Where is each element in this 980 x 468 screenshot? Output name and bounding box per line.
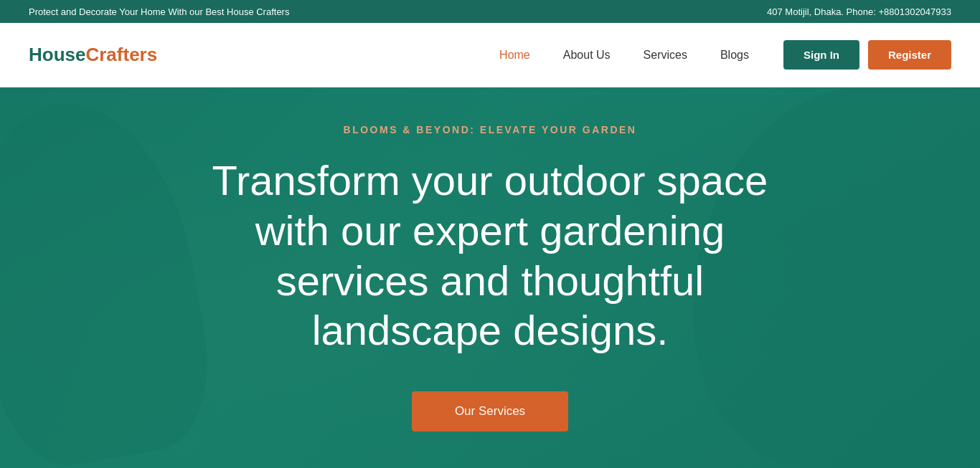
nav-link-services[interactable]: Services — [631, 42, 700, 69]
register-button[interactable]: Register — [868, 40, 951, 70]
hero-subtitle: BLOOMS & BEYOND: ELEVATE YOUR GARDEN — [196, 124, 784, 135]
hero-section: BLOOMS & BEYOND: ELEVATE YOUR GARDEN Tra… — [0, 87, 980, 468]
logo-house: House — [29, 44, 85, 65]
hero-title: Transform your outdoor space with our ex… — [196, 156, 784, 355]
main-nav: Home About Us Services Blogs Sign In Reg… — [486, 40, 951, 70]
top-bar: Protect and Decorate Your Home With our … — [0, 0, 980, 23]
nav-link-blogs[interactable]: Blogs — [707, 42, 762, 69]
top-bar-left: Protect and Decorate Your Home With our … — [29, 6, 289, 17]
logo-crafters: Crafters — [85, 44, 157, 65]
top-bar-right: 407 Motijil, Dhaka. Phone: +880130204793… — [767, 6, 951, 17]
nav-link-home[interactable]: Home — [486, 42, 543, 69]
signin-button[interactable]: Sign In — [783, 40, 859, 70]
logo[interactable]: HouseCrafters — [29, 44, 157, 66]
nav-link-about[interactable]: About Us — [550, 42, 623, 69]
nav-buttons: Sign In Register — [783, 40, 951, 70]
header: HouseCrafters Home About Us Services Blo… — [0, 23, 980, 87]
our-services-button[interactable]: Our Services — [412, 391, 568, 431]
hero-content: BLOOMS & BEYOND: ELEVATE YOUR GARDEN Tra… — [167, 124, 813, 431]
